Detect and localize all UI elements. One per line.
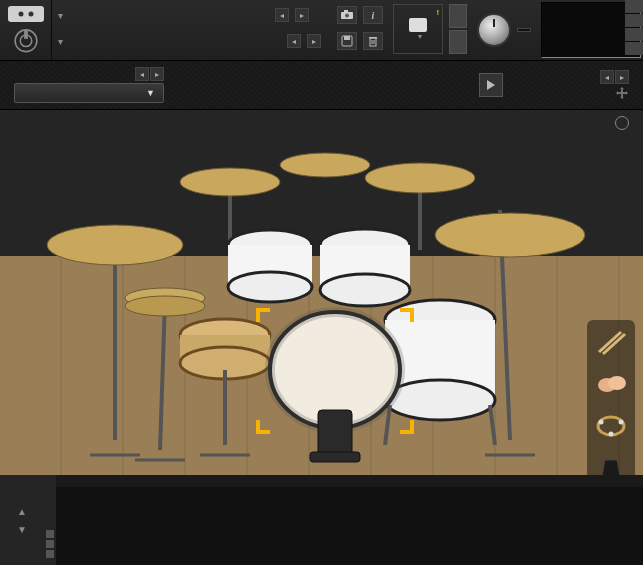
- keyboard-zone: ▲ ▼: [0, 475, 643, 565]
- svg-point-46: [599, 420, 604, 425]
- svg-point-4: [345, 14, 349, 18]
- svg-point-44: [608, 376, 626, 390]
- crash-mid-right[interactable]: [365, 163, 475, 193]
- close-badge[interactable]: [625, 0, 643, 13]
- svg-line-31: [490, 405, 495, 445]
- tune-area: [469, 0, 539, 60]
- inst-next-button[interactable]: ▸: [295, 8, 309, 22]
- rack-tom-2[interactable]: [320, 229, 410, 306]
- groove-play-button[interactable]: [479, 73, 503, 97]
- splash-center[interactable]: [280, 153, 370, 177]
- velocity-column[interactable]: [44, 475, 56, 565]
- drum-kit-view: [0, 110, 643, 475]
- inst-prev-button[interactable]: ◂: [275, 8, 289, 22]
- aux-badge[interactable]: [625, 14, 643, 27]
- pv-badge[interactable]: [625, 42, 643, 55]
- svg-rect-9: [369, 37, 377, 39]
- solo-toggle[interactable]: [449, 4, 467, 28]
- kick-pedal[interactable]: [310, 410, 360, 462]
- svg-rect-7: [344, 36, 350, 40]
- mute-toggle[interactable]: [449, 30, 467, 54]
- mixer-prev-button[interactable]: ◂: [135, 67, 149, 81]
- octave-up-button[interactable]: ▲: [14, 506, 30, 516]
- rack-tom-1[interactable]: [228, 230, 312, 302]
- purge-menu-icon[interactable]: ▾: [418, 32, 422, 41]
- snapshot-camera-button[interactable]: [337, 6, 357, 24]
- ride-cymbal[interactable]: [435, 213, 585, 257]
- drum-kit-svg: [0, 110, 643, 475]
- mixer-box: ◂ ▸ ▼: [14, 67, 164, 103]
- crash-mid-left[interactable]: [180, 168, 280, 196]
- info-button[interactable]: i: [363, 6, 383, 24]
- right-badges: [625, 0, 643, 55]
- snap-prev-button[interactable]: ◂: [287, 34, 301, 48]
- header-bar: ▾ ◂ ▸ i ▾ ◂ ▸ ! ▾: [0, 0, 643, 60]
- snap-next-button[interactable]: ▸: [307, 34, 321, 48]
- svg-rect-2: [24, 30, 28, 39]
- snap-delete-button[interactable]: [363, 32, 383, 50]
- header-mid: ▾ ◂ ▸ i ▾ ◂ ▸: [52, 0, 389, 60]
- svg-line-18: [160, 300, 165, 450]
- section-bar: ◂ ▸ ▼ ◂ ▸: [0, 60, 643, 110]
- tune-knob[interactable]: [477, 13, 511, 47]
- groove-prev-button[interactable]: ◂: [600, 70, 614, 84]
- mixer-preset-dropdown[interactable]: ▼: [14, 83, 164, 103]
- mixer-next-button[interactable]: ▸: [150, 67, 164, 81]
- purge-alert-icon: !: [437, 8, 439, 17]
- svg-point-47: [619, 420, 624, 425]
- articulation-palette: [587, 320, 635, 475]
- ni-logo-icon: [12, 28, 40, 54]
- svg-rect-40: [310, 452, 360, 462]
- chevron-down-icon: ▼: [146, 88, 155, 98]
- palette-hands[interactable]: [593, 368, 629, 400]
- snap-dropdown-icon[interactable]: ▾: [58, 36, 63, 47]
- svg-rect-5: [344, 10, 348, 13]
- svg-point-20: [125, 296, 205, 316]
- palette-cowbell[interactable]: [593, 452, 629, 475]
- header-left: [0, 0, 52, 60]
- purge-cam-icon: [409, 18, 427, 32]
- octave-control: ▲ ▼: [0, 475, 44, 565]
- purge-box[interactable]: ! ▾: [393, 4, 443, 54]
- midi-keyboard[interactable]: [56, 475, 643, 565]
- groove-box: ◂ ▸: [479, 70, 629, 100]
- svg-point-23: [228, 272, 312, 302]
- wrench-button[interactable]: [8, 6, 44, 22]
- svg-point-48: [609, 432, 614, 437]
- snare-drum[interactable]: [180, 319, 270, 455]
- palette-tambourine[interactable]: [593, 410, 629, 442]
- svg-rect-8: [370, 38, 376, 46]
- drag-midi-icon[interactable]: [615, 86, 629, 100]
- snap-save-button[interactable]: [337, 32, 357, 50]
- palette-sticks[interactable]: [593, 326, 629, 358]
- groove-next-button[interactable]: ▸: [615, 70, 629, 84]
- octave-down-button[interactable]: ▼: [14, 524, 30, 534]
- svg-point-26: [320, 274, 410, 306]
- inst-dropdown-icon[interactable]: ▾: [58, 10, 63, 21]
- crash-left[interactable]: [47, 225, 183, 265]
- tune-value[interactable]: [517, 28, 531, 32]
- min-badge[interactable]: [625, 28, 643, 41]
